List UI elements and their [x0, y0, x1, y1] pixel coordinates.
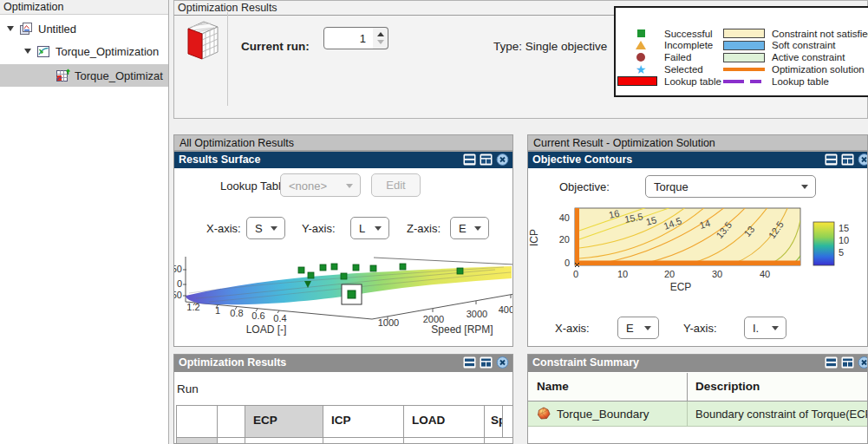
current-run-value: 1: [360, 32, 366, 45]
split-columns-icon[interactable]: [841, 153, 854, 166]
tree-item-label[interactable]: Torque_Optimization: [55, 45, 159, 58]
colorbar: [813, 222, 834, 265]
z-axis-dropdown[interactable]: E: [450, 217, 489, 239]
tree-item-torque-optimization-output[interactable]: Torque_Optimizat: [55, 67, 163, 84]
close-icon[interactable]: [496, 153, 509, 166]
objective-dropdown[interactable]: Torque: [645, 175, 816, 198]
speed-tick: 1000: [378, 317, 399, 328]
constraint-name[interactable]: Torque_Boundary: [557, 408, 649, 421]
column-header-load[interactable]: LOAD: [404, 406, 485, 438]
split-columns-icon[interactable]: [841, 356, 854, 369]
sidebar: Optimization Untitled Torque_Optimizatio…: [0, 0, 169, 444]
split-rows-icon[interactable]: [825, 153, 838, 166]
chevron-down-icon: [772, 326, 779, 330]
icp-ticks: 40 20 0: [559, 212, 570, 268]
stepper-up-icon[interactable]: [377, 32, 384, 36]
column-header[interactable]: [177, 406, 218, 438]
column-header-speed[interactable]: Sp: [485, 406, 503, 438]
solution-band-horizontal: [575, 261, 800, 266]
container-title: All Optimization Results: [179, 137, 294, 149]
edit-button[interactable]: Edit: [371, 173, 421, 197]
column-header-icp[interactable]: ICP: [323, 406, 404, 438]
svg-text:5: 5: [839, 247, 844, 258]
window-title: Objective Contours: [532, 153, 632, 166]
stepper-down-icon[interactable]: [377, 40, 384, 44]
tree-item-label[interactable]: Torque_Optimizat: [75, 69, 163, 82]
svg-text:15: 15: [839, 223, 849, 233]
y-axis-label: Y-axis:: [683, 322, 717, 335]
dropdown-value: E: [626, 322, 634, 335]
column-divider[interactable]: [687, 373, 688, 402]
split-rows-icon[interactable]: [825, 356, 838, 369]
optimization-results-table-titlebar[interactable]: Optimization Results: [174, 355, 512, 372]
close-icon[interactable]: [858, 153, 868, 166]
table-cell[interactable]: [218, 438, 245, 444]
name-column-header[interactable]: Name: [537, 380, 569, 393]
constraint-table-header: Name Description: [528, 373, 868, 402]
active-constraint-swatch-icon: [723, 53, 765, 62]
dropdown-value: L: [359, 222, 365, 235]
legend-label: Lookup table: [772, 76, 829, 87]
legend-label: Selected: [664, 64, 703, 75]
results-surface-titlebar[interactable]: Results Surface: [174, 152, 512, 168]
speed-tick: 4000: [499, 304, 512, 315]
column-header[interactable]: [503, 406, 513, 438]
objective-contour-plot[interactable]: 16 15.5 15 14.5 14 13.5 13 12.5 40 20 0: [528, 205, 868, 302]
split-rows-icon[interactable]: [463, 153, 476, 166]
lookup-table-cube-icon: [180, 17, 220, 61]
tree-expand-icon[interactable]: [7, 26, 14, 31]
current-run-input[interactable]: 1: [323, 27, 374, 49]
current-run-stepper[interactable]: [373, 27, 388, 49]
split-rows-icon[interactable]: [463, 356, 476, 369]
colorbar-ticks: 15 10 5: [839, 223, 849, 258]
speed-tick: 3000: [467, 309, 487, 319]
y-axis-dropdown[interactable]: L: [350, 217, 389, 239]
table-cell[interactable]: [485, 438, 513, 444]
chevron-down-icon: [375, 226, 382, 231]
tree-expand-icon[interactable]: [24, 49, 31, 54]
close-icon[interactable]: [858, 356, 868, 369]
table-cell[interactable]: [404, 438, 485, 444]
load-tick: 1.2: [186, 302, 199, 312]
row-header-cell[interactable]: [177, 438, 218, 444]
constraint-row[interactable]: Torque_Boundary Boundary constraint of T…: [528, 402, 868, 427]
legend-region-column: Constraint not satisfied Soft constraint…: [723, 29, 868, 88]
solution-band-vertical: [575, 208, 579, 265]
y-axis-dropdown[interactable]: I.: [744, 317, 786, 339]
tree-item-untitled[interactable]: Untitled: [7, 20, 76, 37]
tree-item-torque-optimization[interactable]: Torque_Optimization: [24, 42, 159, 60]
close-icon[interactable]: [496, 356, 509, 369]
column-header-ecp[interactable]: ECP: [245, 406, 323, 438]
constraint-summary-titlebar[interactable]: Constraint Summary: [528, 355, 867, 372]
results-surface-plot[interactable]: 50 0 -50 1.2 1 0.8 0.6 0.4 1000 2000 300…: [174, 241, 512, 347]
split-columns-icon[interactable]: [480, 153, 493, 166]
description-column-header[interactable]: Description: [695, 380, 760, 393]
constraint-description: Boundary constraint of Torque(ECP: [695, 408, 868, 421]
legend-item: Soft constraint: [723, 41, 868, 50]
results-data-table[interactable]: ECP ICP LOAD Sp: [176, 405, 513, 444]
edit-button-label: Edit: [386, 179, 405, 192]
x-axis-dropdown[interactable]: E: [617, 317, 659, 339]
selected-point-marker[interactable]: [348, 291, 356, 298]
lookup-table-dropdown[interactable]: <none>: [280, 173, 361, 197]
legend-label: Soft constraint: [772, 40, 836, 50]
tree-item-label[interactable]: Untitled: [38, 23, 76, 36]
legend-label: Optimization solution: [772, 64, 865, 75]
all-optimization-results-header: All Optimization Results: [173, 134, 513, 151]
sidebar-title: Optimization: [3, 1, 63, 13]
split-columns-icon[interactable]: [480, 356, 493, 369]
legend-item: Lookup table: [723, 76, 868, 86]
x-axis-dropdown[interactable]: S: [246, 217, 285, 239]
ecp-ticks: 0 10 20 30 40: [573, 269, 770, 279]
container-title: Current Result - Optimization Solution: [533, 137, 715, 149]
window-title: Constraint Summary: [532, 356, 639, 369]
svg-text:30: 30: [712, 269, 722, 279]
type-text: Type: Single objective: [493, 40, 607, 53]
objective-contours-titlebar[interactable]: Objective Contours: [528, 152, 867, 168]
legend-label: Incomplete: [664, 40, 713, 50]
table-cell[interactable]: [323, 438, 404, 444]
column-header[interactable]: [218, 406, 245, 438]
svg-text:0: 0: [565, 258, 570, 268]
objective-contours-window: Objective Contours Objective: Torque: [527, 151, 868, 347]
table-cell[interactable]: [245, 438, 323, 444]
